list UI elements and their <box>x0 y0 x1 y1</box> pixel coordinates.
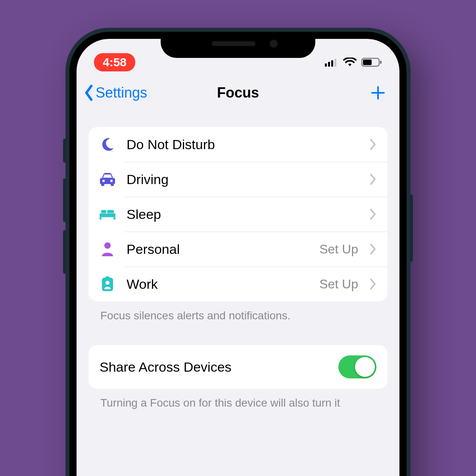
focus-row-label: Sleep <box>127 207 347 222</box>
focus-row-work[interactable]: Work Set Up <box>88 267 388 301</box>
svg-rect-18 <box>106 276 109 279</box>
focus-footer-text: Focus silences alerts and notifications. <box>88 301 388 322</box>
focus-row-detail: Set Up <box>319 242 358 257</box>
silent-switch <box>63 139 66 163</box>
volume-down-button <box>63 230 66 274</box>
badge-icon <box>100 276 115 292</box>
focus-row-label: Do Not Disturb <box>127 137 347 152</box>
share-toggle[interactable] <box>338 355 376 378</box>
nav-bar: Settings Focus <box>77 75 399 111</box>
share-footer-text: Turning a Focus on for this device will … <box>88 389 388 409</box>
status-right <box>325 58 382 67</box>
focus-modes-list: Do Not Disturb <box>88 127 388 301</box>
person-icon <box>100 241 115 257</box>
chevron-right-icon <box>369 243 376 255</box>
svg-rect-1 <box>328 62 330 67</box>
plus-icon <box>371 86 385 100</box>
focus-row-label: Personal <box>127 242 308 257</box>
battery-icon <box>361 58 382 67</box>
back-label: Settings <box>96 84 147 101</box>
status-time-recording-pill[interactable]: 4:58 <box>94 53 135 71</box>
svg-rect-11 <box>100 213 115 217</box>
focus-row-sleep[interactable]: Sleep <box>88 197 388 232</box>
svg-rect-6 <box>380 61 382 64</box>
chevron-right-icon <box>369 173 376 185</box>
focus-row-label: Driving <box>127 172 347 187</box>
svg-rect-14 <box>101 210 106 213</box>
volume-up-button <box>63 178 66 222</box>
chevron-right-icon <box>369 278 376 290</box>
notch <box>161 32 315 58</box>
power-button <box>410 194 413 262</box>
svg-point-10 <box>110 180 113 182</box>
back-button[interactable]: Settings <box>83 84 147 101</box>
share-section: Share Across Devices Turning a Focus on … <box>88 345 388 409</box>
svg-point-19 <box>106 281 109 285</box>
bed-icon <box>100 206 115 222</box>
focus-row-label: Work <box>127 276 308 292</box>
car-icon <box>100 171 115 187</box>
wifi-icon <box>343 58 357 67</box>
phone-frame: 4:58 <box>65 28 411 476</box>
svg-rect-5 <box>363 60 372 65</box>
cellular-icon <box>325 58 338 67</box>
phone-bezel: 4:58 <box>69 32 407 476</box>
add-focus-button[interactable] <box>369 84 387 102</box>
chevron-right-icon <box>369 208 376 220</box>
moon-icon <box>100 136 115 152</box>
screen: 4:58 <box>77 39 399 476</box>
content: Do Not Disturb <box>77 111 399 409</box>
focus-row-personal[interactable]: Personal Set Up <box>88 232 388 267</box>
focus-row-driving[interactable]: Driving <box>88 162 388 197</box>
share-across-devices-row: Share Across Devices <box>88 345 388 389</box>
chevron-right-icon <box>369 138 376 150</box>
focus-row-do-not-disturb[interactable]: Do Not Disturb <box>88 127 388 162</box>
svg-point-9 <box>102 180 105 182</box>
svg-rect-0 <box>325 63 327 67</box>
svg-rect-13 <box>113 217 115 220</box>
focus-row-detail: Set Up <box>319 277 358 292</box>
share-label: Share Across Devices <box>100 359 232 375</box>
svg-rect-15 <box>107 210 114 213</box>
page-title: Focus <box>217 84 259 101</box>
svg-rect-12 <box>100 217 102 220</box>
svg-rect-2 <box>331 60 333 67</box>
svg-point-16 <box>104 242 111 249</box>
svg-rect-3 <box>334 59 336 67</box>
chevron-left-icon <box>83 84 95 101</box>
